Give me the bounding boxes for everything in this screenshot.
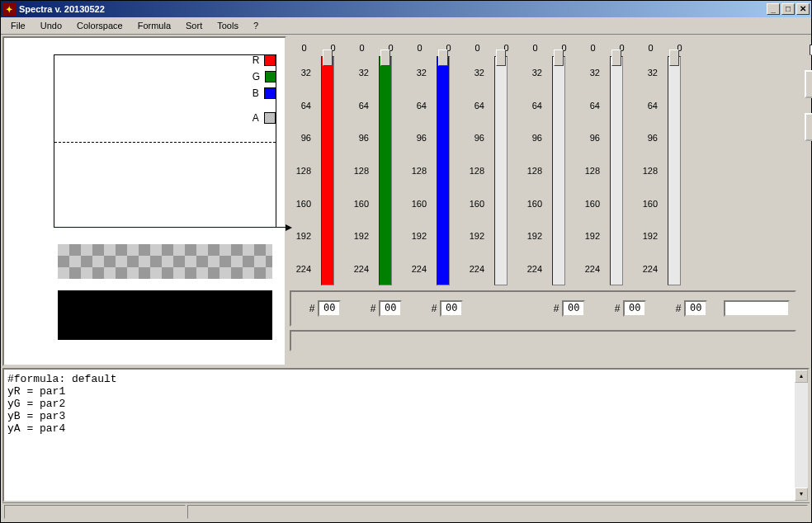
track-fill [552, 56, 565, 285]
slider-ticks: 326496128160192224 [290, 56, 314, 285]
app-icon: ✦ [2, 2, 16, 16]
tick-label: 128 [296, 166, 311, 176]
slider-track[interactable] [661, 56, 687, 285]
hex-input[interactable]: 00 [318, 300, 341, 317]
slider-col-0: 00326496128160192224 [290, 40, 347, 285]
auto-checkbox-row: ✓ Auto [801, 45, 812, 55]
slider-thumb[interactable] [611, 49, 621, 66]
legend-label: G [253, 71, 260, 82]
slider-body: 326496128160192224 [405, 56, 463, 285]
legend-g: G [253, 71, 276, 82]
legend-a: A [253, 112, 276, 124]
close-button[interactable]: ✕ [796, 3, 810, 15]
slider-header: 00 [636, 40, 694, 56]
noalfa-button[interactable]: No Alfa [805, 113, 812, 141]
track-fill [610, 56, 623, 285]
maximize-button[interactable]: □ [781, 3, 795, 15]
slider-thumb[interactable] [323, 49, 333, 66]
hex-cell-2: #00 [418, 300, 476, 317]
hex-input[interactable]: 00 [562, 300, 585, 317]
menu-file[interactable]: File [4, 19, 32, 32]
slider-col-4: 00326496128160192224 [521, 40, 578, 285]
menu-help[interactable]: ? [247, 19, 265, 32]
track-fill [494, 56, 508, 285]
legend-b: B [253, 87, 276, 99]
tick-label: 192 [527, 231, 542, 241]
slider-track[interactable] [372, 56, 399, 285]
app-window: ✦ Spectra v. 20130522 _ □ ✕ File Undo Co… [0, 0, 812, 523]
slider-track[interactable] [488, 56, 514, 285]
tick-label: 224 [585, 264, 600, 274]
statusbar [2, 502, 810, 521]
slider-track[interactable] [430, 56, 456, 285]
tick-label: 64 [590, 101, 600, 111]
tick-label: 192 [470, 231, 484, 241]
scroll-track[interactable] [795, 383, 808, 488]
tick-label: 32 [474, 68, 484, 78]
menu-undo[interactable]: Undo [34, 19, 68, 32]
hex-combined-input[interactable] [724, 300, 790, 317]
slider-thumb[interactable] [496, 49, 506, 66]
scrollbar[interactable]: ▴ ▾ [795, 370, 808, 501]
slider-body: 326496128160192224 [636, 56, 694, 285]
slider-top-val: 0 [359, 43, 364, 53]
graph-canvas[interactable] [54, 54, 276, 228]
sliders-panel: 0032649612816019222400326496128160192224… [286, 36, 812, 366]
slider-ticks: 326496128160192224 [578, 56, 603, 285]
slider-track[interactable] [314, 56, 341, 285]
hex-input[interactable]: 00 [623, 300, 646, 317]
hex-input[interactable]: 00 [379, 300, 402, 317]
content: R G B A [1, 35, 811, 522]
hash-symbol: # [371, 303, 376, 314]
tick-label: 64 [474, 101, 484, 111]
status-cell-2 [187, 505, 808, 519]
tick-label: 224 [643, 264, 658, 274]
tick-label: 32 [301, 68, 311, 78]
slider-col-3: 00326496128160192224 [463, 40, 521, 285]
track-fill [668, 56, 681, 285]
slider-ticks: 326496128160192224 [463, 56, 488, 285]
ok-button[interactable]: OK [805, 70, 812, 98]
hex-input[interactable]: 00 [440, 300, 463, 317]
menu-sort[interactable]: Sort [179, 19, 209, 32]
slider-body: 326496128160192224 [290, 56, 347, 285]
slider-header: 00 [521, 40, 578, 56]
sliders-area: 0032649612816019222400326496128160192224… [290, 40, 796, 363]
menu-tools[interactable]: Tools [210, 19, 245, 32]
menu-colorspace[interactable]: Colorspace [70, 19, 130, 32]
track-fill [437, 56, 450, 285]
menu-formula[interactable]: Formula [131, 19, 177, 32]
slider-ticks: 326496128160192224 [636, 56, 661, 285]
slider-col-2: 00326496128160192224 [405, 40, 463, 285]
tick-label: 32 [532, 68, 542, 78]
tick-label: 160 [412, 199, 427, 209]
tick-label: 96 [532, 133, 542, 143]
tick-label: 160 [470, 199, 484, 209]
slider-thumb[interactable] [438, 49, 448, 66]
tick-label: 128 [412, 166, 427, 176]
slider-thumb[interactable] [669, 49, 679, 66]
slider-track[interactable] [603, 56, 630, 285]
slider-ticks: 326496128160192224 [521, 56, 545, 285]
tick-label: 224 [412, 264, 427, 274]
legend-label: B [253, 87, 259, 99]
formula-editor: #formula: default yR = par1 yG = par2 yB… [2, 368, 810, 502]
tick-label: 160 [585, 199, 600, 209]
tick-label: 192 [296, 231, 311, 241]
tick-label: 64 [417, 101, 427, 111]
slider-header: 00 [578, 40, 636, 56]
scroll-down-icon[interactable]: ▾ [795, 488, 808, 501]
slider-top-val: 0 [648, 43, 653, 53]
axis-arrow-icon [286, 224, 292, 231]
minimize-button[interactable]: _ [767, 3, 780, 15]
tick-label: 224 [470, 264, 484, 274]
scroll-up-icon[interactable]: ▴ [795, 370, 808, 383]
formula-textarea[interactable]: #formula: default yR = par1 yG = par2 yB… [4, 370, 795, 501]
slider-track[interactable] [545, 56, 572, 285]
hash-symbol: # [309, 303, 315, 314]
slider-thumb[interactable] [380, 49, 390, 66]
hex-input[interactable]: 00 [684, 300, 707, 317]
slider-header: 00 [347, 40, 405, 56]
tick-label: 160 [527, 199, 542, 209]
slider-thumb[interactable] [554, 49, 564, 66]
